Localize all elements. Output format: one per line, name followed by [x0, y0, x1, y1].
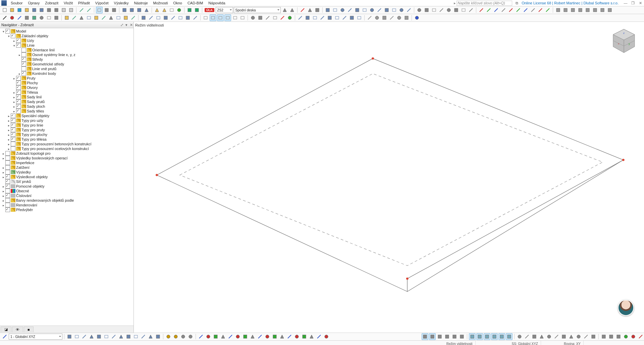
twisty-icon[interactable]	[7, 118, 11, 122]
twisty-icon[interactable]	[1, 189, 5, 193]
visibility-checkbox[interactable]	[11, 137, 15, 142]
insert-tool-7[interactable]	[115, 14, 122, 21]
workplane-tool-0[interactable]	[66, 333, 73, 340]
workplane-tool-10[interactable]	[140, 333, 147, 340]
snap-tool-1[interactable]	[374, 14, 380, 21]
twisty-icon[interactable]	[1, 180, 5, 184]
tree-node-3[interactable]: Linie	[0, 43, 133, 48]
snap-tool-4[interactable]	[396, 14, 402, 21]
zoom-tool-0[interactable]	[416, 7, 423, 13]
draw-tool-9[interactable]	[264, 333, 271, 340]
snap-grid-2[interactable]	[180, 333, 186, 340]
visibility-checkbox[interactable]	[5, 175, 10, 179]
axis-tool-1[interactable]	[485, 7, 492, 13]
tree-node-36[interactable]: Barvy renderovaných objektů podle	[0, 198, 133, 203]
mesh[interactable]	[168, 7, 175, 13]
draw-tool-7[interactable]	[249, 333, 256, 340]
panel-close-icon[interactable]: ✕	[129, 23, 133, 27]
twisty-icon[interactable]	[12, 43, 16, 47]
member[interactable]	[23, 14, 30, 21]
visibility-checkbox[interactable]	[16, 109, 21, 113]
assistant-avatar[interactable]	[618, 300, 634, 316]
edit-tool-3[interactable]	[162, 14, 169, 21]
insert-tool-2[interactable]	[78, 14, 85, 21]
view-tool-8[interactable]	[383, 7, 390, 13]
lc-del[interactable]	[299, 7, 306, 13]
draw-tool-12[interactable]	[286, 333, 293, 340]
visibility-checkbox[interactable]	[5, 151, 10, 156]
osnap-3[interactable]	[538, 333, 545, 340]
tree-node-29[interactable]: Zatížení	[0, 165, 133, 170]
osnap-5[interactable]	[553, 333, 560, 340]
panel-pin-icon[interactable]: ⤢	[119, 23, 124, 27]
insert-tool-4[interactable]	[93, 14, 100, 21]
visibility-checkbox[interactable]	[5, 193, 10, 198]
tree-node-14[interactable]: Sady linií	[0, 95, 133, 99]
snap-grid-0[interactable]	[165, 333, 172, 340]
twisty-icon[interactable]	[7, 133, 11, 137]
insert-tool-9[interactable]	[130, 14, 137, 21]
render-tool-4[interactable]	[584, 7, 591, 13]
tree-node-6[interactable]: Středy	[0, 57, 133, 62]
axis-tool-2[interactable]	[493, 7, 499, 13]
menu-nástroje[interactable]: Nástroje	[131, 0, 151, 6]
visibility-checkbox[interactable]	[21, 48, 26, 52]
dim-tool-3[interactable]	[319, 14, 326, 21]
tree-node-35[interactable]: Číslování	[0, 193, 133, 198]
edit-tool-6[interactable]	[184, 14, 191, 21]
loadcase-name-combo[interactable]: Spodní deska	[234, 7, 281, 13]
twisty-icon[interactable]	[17, 62, 21, 66]
twisty-icon[interactable]	[17, 48, 21, 52]
draw-tool-5[interactable]	[234, 333, 241, 340]
lc-prev[interactable]	[281, 7, 288, 13]
menu-cad-bim[interactable]: CAD-BIM	[185, 0, 206, 6]
visibility-checkbox[interactable]	[5, 170, 10, 175]
dim-tool-6[interactable]	[341, 14, 348, 21]
workplane-tool-1[interactable]	[73, 333, 80, 340]
twisty-icon[interactable]	[1, 175, 5, 179]
render-tool-6[interactable]	[599, 7, 606, 13]
dim-tool-1[interactable]	[304, 14, 311, 21]
edit-tool-7[interactable]	[192, 14, 199, 21]
tree-node-37[interactable]: Renderování	[0, 203, 133, 207]
twisty-icon[interactable]	[7, 137, 11, 141]
tree-node-17[interactable]: Sady těles	[0, 109, 133, 113]
twisty-icon[interactable]	[12, 76, 16, 80]
set[interactable]	[53, 14, 60, 21]
workplane-tool-2[interactable]	[81, 333, 88, 340]
minimize-button[interactable]: —	[622, 1, 629, 5]
bool-tool-0[interactable]	[250, 14, 256, 21]
undo[interactable]	[78, 7, 85, 13]
tree-node-0[interactable]: Model	[0, 29, 133, 34]
visibility-checkbox[interactable]	[11, 113, 15, 118]
tree-node-7[interactable]: Geometrické středy	[0, 62, 133, 66]
menu-výpočet[interactable]: Výpočet	[93, 0, 111, 6]
twisty-icon[interactable]	[12, 104, 16, 108]
zoom-tool-6[interactable]	[460, 7, 467, 13]
vis-group-c-3[interactable]	[623, 333, 629, 340]
visibility-checkbox[interactable]	[11, 132, 15, 137]
draw-tool-8[interactable]	[257, 333, 263, 340]
visibility-checkbox[interactable]	[11, 118, 15, 123]
visibility-checkbox[interactable]	[5, 165, 10, 170]
tree-node-15[interactable]: Sady prutů	[0, 99, 133, 104]
draw-tool-15[interactable]	[308, 333, 315, 340]
vis-group-a-1[interactable]	[429, 333, 436, 340]
navigator-tree[interactable]: ModelZákladní objektyUzlyLinieOrientace …	[0, 28, 133, 326]
visibility-checkbox[interactable]	[16, 85, 21, 90]
visibility-checkbox[interactable]	[5, 156, 10, 160]
tab-views[interactable]: ■	[24, 327, 34, 332]
twisty-icon[interactable]	[17, 53, 21, 57]
draw-tool-14[interactable]	[301, 333, 308, 340]
view-tool-3[interactable]	[346, 7, 353, 13]
twisty-icon[interactable]	[1, 203, 5, 207]
visibility-checkbox[interactable]	[5, 207, 10, 212]
twisty-icon[interactable]	[17, 71, 21, 76]
tree-node-4[interactable]: Orientace linií	[0, 48, 133, 52]
render-tool-2[interactable]	[570, 7, 576, 13]
twisty-icon[interactable]	[1, 184, 5, 188]
axis-tool-5[interactable]	[515, 7, 522, 13]
vis-group-b-3[interactable]	[491, 333, 498, 340]
edit-tool-5[interactable]	[177, 14, 184, 21]
view-tool-9[interactable]	[391, 7, 397, 13]
